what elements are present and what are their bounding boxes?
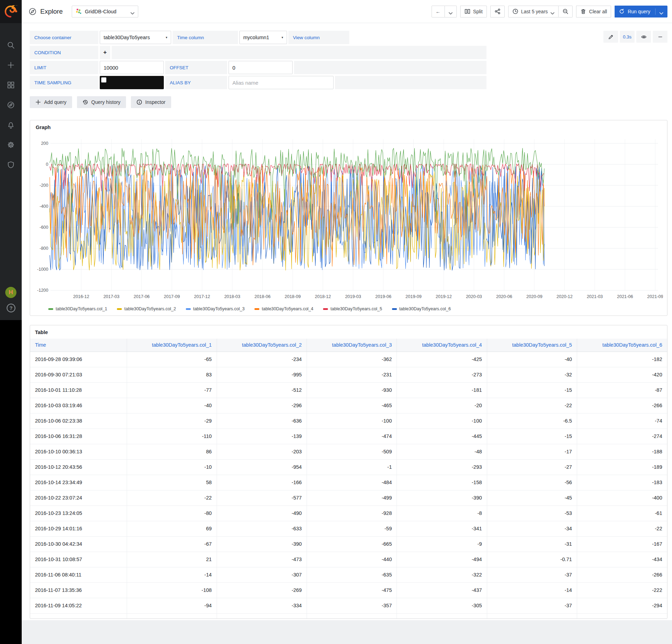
toggle-query-visibility-button[interactable]	[636, 31, 651, 43]
column-header[interactable]: table30DayTo5years.col_6	[577, 339, 667, 352]
run-query-label: Run query	[628, 9, 650, 14]
clear-all-group: Clear all	[576, 6, 611, 17]
choose-container-label-cell: Choose container	[30, 31, 98, 44]
split-group: Split	[460, 6, 487, 17]
zoom-out-time-button[interactable]	[559, 6, 573, 17]
time-column-select[interactable]: mycolumn1 ▾	[239, 31, 287, 44]
cell-value: -665	[307, 536, 397, 552]
cell-value: -633	[217, 521, 307, 536]
limit-input[interactable]	[100, 61, 164, 74]
cell-value: -45	[487, 490, 577, 505]
split-button[interactable]: Split	[460, 6, 487, 17]
legend-item[interactable]: table30DayTo5years.col_5	[323, 306, 382, 311]
plus-icon[interactable]	[7, 61, 15, 70]
cell-value: 86	[127, 444, 217, 459]
cell-value: -188	[577, 444, 667, 459]
user-avatar[interactable]: H	[5, 287, 16, 298]
sidebar: H ?	[0, 0, 22, 320]
share-button[interactable]	[490, 6, 505, 17]
search-icon[interactable]	[7, 41, 15, 50]
condition-label: CONDITION	[34, 50, 61, 55]
alias-by-label: ALIAS BY	[170, 80, 191, 85]
y-axis-tick-label: -600	[40, 225, 48, 230]
cell-value: -465	[307, 398, 397, 413]
column-header[interactable]: table30DayTo5years.col_4	[397, 339, 487, 352]
cell-value: -231	[307, 367, 397, 382]
help-icon[interactable]: ?	[7, 304, 15, 312]
cell-value: -954	[217, 459, 307, 475]
legend-item[interactable]: table30DayTo5years.col_3	[186, 306, 245, 311]
remove-query-button[interactable]	[653, 31, 667, 43]
cell-value: 69	[127, 521, 217, 536]
legend-item[interactable]: table30DayTo5years.col_6	[392, 306, 451, 311]
condition-empty-area	[112, 46, 486, 59]
legend-item[interactable]: table30DayTo5years.col_4	[254, 306, 313, 311]
legend-series-swatch	[186, 308, 191, 310]
clear-all-button[interactable]: Clear all	[576, 6, 611, 17]
column-header-time[interactable]: Time	[30, 339, 127, 352]
column-header[interactable]: table30DayTo5years.col_5	[487, 339, 577, 352]
timeseries-chart[interactable]: 2016-122017-032017-062017-092017-122018-…	[34, 134, 663, 302]
column-header[interactable]: table30DayTo5years.col_2	[217, 339, 307, 352]
datasource-picker[interactable]: GridDB-Cloud	[72, 6, 138, 17]
cell-value: -100	[397, 413, 487, 429]
x-axis-tick-label: 2020-03	[466, 294, 482, 299]
query-row-toolbar: 0.3s	[602, 31, 667, 43]
cell-value: -182	[577, 352, 667, 367]
cell-value: -494	[397, 552, 487, 567]
container-select[interactable]: table30DayTo5years ▾	[100, 31, 171, 44]
cell-value: -139	[217, 429, 307, 444]
legend-item[interactable]: table30DayTo5years.col_1	[48, 306, 107, 311]
explore-compass-icon[interactable]	[7, 101, 15, 110]
time-column-label-cell: Time column	[173, 31, 238, 44]
alias-input[interactable]	[229, 76, 334, 89]
cell-value: -61	[577, 505, 667, 521]
back-button[interactable]: ←	[432, 6, 445, 17]
time-sampling-checkbox[interactable]	[101, 77, 106, 83]
x-axis-tick-label: 2016-12	[73, 294, 89, 299]
query-editor: Choose container table30DayTo5years ▾ Ti…	[30, 23, 667, 108]
view-column-empty-area[interactable]	[351, 31, 486, 44]
offset-input[interactable]	[229, 61, 293, 74]
cell-value: -305	[397, 598, 487, 613]
cell-value: -15	[487, 382, 577, 398]
add-condition-button[interactable]: +	[100, 46, 110, 59]
dashboards-icon[interactable]	[7, 81, 15, 90]
cell-value: -22	[577, 521, 667, 536]
cell-value: -475	[307, 582, 397, 598]
x-axis-tick-label: 2021-09	[647, 294, 663, 299]
table-panel: Table Timetable30DayTo5years.col_1table3…	[30, 325, 667, 619]
cell-value: -222	[577, 582, 667, 598]
cell-value: -15	[487, 429, 577, 444]
configuration-gear-icon[interactable]	[7, 141, 15, 150]
cell-value: -440	[307, 552, 397, 567]
time-sampling-toggle[interactable]	[100, 76, 164, 89]
inspector-label: Inspector	[145, 99, 166, 105]
cell-value: -22	[127, 490, 217, 505]
legend-item[interactable]: table30DayTo5years.col_2	[117, 306, 176, 311]
time-range-group: Last 5 years	[508, 6, 573, 17]
time-range-button[interactable]: Last 5 years	[508, 6, 559, 17]
edit-query-button[interactable]	[603, 31, 618, 43]
add-query-button[interactable]: Add query	[30, 96, 72, 108]
condition-label-cell: CONDITION	[30, 46, 98, 59]
cell-value: -928	[307, 505, 397, 521]
cell-value: -94	[127, 598, 217, 613]
column-header[interactable]: table30DayTo5years.col_1	[127, 339, 217, 352]
legend-series-label: table30DayTo5years.col_2	[124, 306, 176, 311]
share-icon	[495, 8, 500, 14]
query-history-button[interactable]: Query history	[77, 96, 126, 108]
chevron-down-icon[interactable]	[659, 10, 663, 13]
explore-header: Explore	[29, 8, 63, 15]
grafana-logo[interactable]	[0, 0, 22, 23]
alerting-bell-icon[interactable]	[7, 121, 15, 130]
cell-value: -14	[487, 582, 577, 598]
inspector-button[interactable]: Inspector	[131, 96, 171, 108]
back-options-button[interactable]	[445, 6, 457, 17]
table-row: 2016-09-30 07:21:0383-995-231-273-32-420	[30, 367, 667, 382]
column-header[interactable]: table30DayTo5years.col_3	[307, 339, 397, 352]
cell-value: -31	[487, 536, 577, 552]
run-query-button[interactable]: Run query	[615, 6, 667, 17]
server-admin-shield-icon[interactable]	[7, 161, 15, 170]
cell-value: -17	[487, 444, 577, 459]
